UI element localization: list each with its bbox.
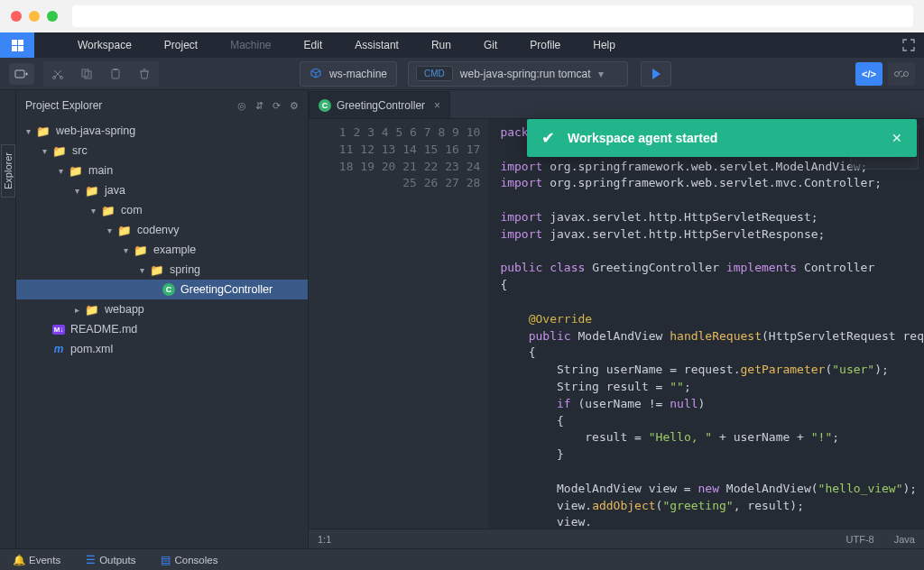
encoding-label[interactable]: UTF-8 <box>846 534 874 545</box>
editor-status-bar: 1:1 UTF-8 Java <box>309 529 924 548</box>
tree-folder-webapp[interactable]: ▸📁webapp <box>16 299 308 319</box>
svg-rect-6 <box>114 69 117 70</box>
menubar: WorkspaceProjectMachineEditAssistantRunG… <box>0 32 924 58</box>
machine-label: ws-machine <box>329 68 387 80</box>
bell-icon: 🔔 <box>13 555 25 565</box>
check-icon: ✔ <box>541 128 555 148</box>
menu-edit[interactable]: Edit <box>304 39 323 51</box>
menu-profile[interactable]: Profile <box>530 39 560 51</box>
close-icon[interactable]: × <box>434 99 440 112</box>
tree-file-greeting[interactable]: CGreetingController <box>16 280 308 299</box>
terminal-icon: ▤ <box>161 555 171 565</box>
cut-button[interactable] <box>45 63 70 85</box>
editor-tabs: C GreetingController × <box>309 90 924 119</box>
editor-tab[interactable]: C GreetingController × <box>309 91 450 118</box>
list-icon: ☰ <box>86 555 96 565</box>
tree-folder-java[interactable]: ▾📁java <box>16 180 308 200</box>
paste-button[interactable] <box>103 63 128 85</box>
menu-git[interactable]: Git <box>484 39 497 51</box>
window-zoom-dot[interactable] <box>47 11 58 22</box>
tree-folder-src[interactable]: ▾📁src <box>16 141 308 161</box>
cube-icon <box>310 68 322 80</box>
cursor-position: 1:1 <box>318 534 331 545</box>
menu-help[interactable]: Help <box>593 39 615 51</box>
folder-icon: 📁 <box>150 263 164 277</box>
explorer-tab-label: Explorer <box>1 144 15 198</box>
ide-root: WorkspaceProjectMachineEditAssistantRunG… <box>0 32 924 570</box>
events-panel-button[interactable]: 🔔Events <box>13 554 60 566</box>
browser-chrome <box>0 0 924 32</box>
body-area: Explorer Project Explorer ◎ ⇵ ⟳ ⚙ ▾📁web-… <box>0 90 924 548</box>
toolbar: ws-machine CMD web-java-spring:run tomca… <box>0 58 924 90</box>
svg-rect-0 <box>15 70 24 78</box>
sidebar: Project Explorer ◎ ⇵ ⟳ ⚙ ▾📁web-java-spri… <box>16 90 309 548</box>
menu-project[interactable]: Project <box>164 39 198 51</box>
tree-file-pom[interactable]: mpom.xml <box>16 339 308 359</box>
folder-icon: 📁 <box>101 204 116 217</box>
refresh-icon[interactable]: ⟳ <box>273 100 281 112</box>
left-dock[interactable]: Explorer <box>0 90 16 548</box>
tree-folder-codenvy[interactable]: ▾📁codenvy <box>16 220 308 240</box>
play-icon <box>652 69 661 79</box>
app-logo[interactable] <box>0 32 34 58</box>
java-class-icon: C <box>162 283 175 296</box>
menu-workspace[interactable]: Workspace <box>78 39 132 51</box>
line-gutter: 1 2 3 4 5 6 7 8 9 10 11 12 13 14 15 16 1… <box>309 119 489 529</box>
folder-icon: 📁 <box>85 303 99 317</box>
new-file-button[interactable] <box>9 63 34 85</box>
bottom-bar: 🔔Events ☰Outputs ▤Consoles <box>0 548 924 570</box>
tree-folder-example[interactable]: ▾📁example <box>16 240 308 260</box>
tree-folder-root[interactable]: ▾📁web-java-spring <box>16 121 308 141</box>
machine-selector[interactable]: ws-machine <box>300 61 397 87</box>
sidebar-header: Project Explorer ◎ ⇵ ⟳ ⚙ <box>16 96 308 121</box>
run-config-label: web-java-spring:run tomcat <box>460 68 598 80</box>
code-mode-button[interactable]: </> <box>855 62 882 86</box>
tab-label: GreetingController <box>337 99 425 112</box>
outputs-panel-button[interactable]: ☰Outputs <box>86 554 135 566</box>
java-class-icon: C <box>319 99 331 112</box>
run-button[interactable] <box>641 61 671 87</box>
menu-machine: Machine <box>230 39 271 51</box>
editor-pane: C GreetingController × 1 2 3 4 5 6 7 8 9… <box>309 90 924 548</box>
menu-run[interactable]: Run <box>431 39 451 51</box>
consoles-panel-button[interactable]: ▤Consoles <box>161 554 217 566</box>
tree-folder-main[interactable]: ▾📁main <box>16 161 308 180</box>
language-label[interactable]: Java <box>894 534 915 545</box>
folder-icon: 📁 <box>52 144 67 158</box>
url-bar[interactable] <box>72 5 913 27</box>
window-close-dot[interactable] <box>11 11 22 22</box>
folder-icon: 📁 <box>117 224 132 237</box>
code-area[interactable]: 1 2 3 4 5 6 7 8 9 10 11 12 13 14 15 16 1… <box>309 119 924 529</box>
window-minimize-dot[interactable] <box>29 11 40 22</box>
copy-button[interactable] <box>74 63 99 85</box>
gear-icon[interactable]: ⚙ <box>290 100 299 112</box>
toast-message: Workspace agent started <box>568 131 717 145</box>
tree-folder-com[interactable]: ▾📁com <box>16 200 308 220</box>
sidebar-title: Project Explorer <box>25 99 102 112</box>
delete-button[interactable] <box>132 63 157 85</box>
fullscreen-icon[interactable] <box>902 39 915 51</box>
project-tree: ▾📁web-java-spring ▾📁src ▾📁main ▾📁java ▾📁… <box>16 121 308 359</box>
markdown-icon: M↓ <box>52 325 66 335</box>
link-button[interactable] <box>888 62 915 86</box>
folder-icon: 📁 <box>85 184 99 198</box>
locate-icon[interactable]: ◎ <box>237 100 246 112</box>
folder-icon: 📁 <box>69 164 83 178</box>
svg-rect-5 <box>112 69 119 78</box>
run-config-selector[interactable]: CMD web-java-spring:run tomcat ▾ <box>408 61 628 87</box>
folder-icon: 📁 <box>36 124 51 138</box>
notification-toast: ✔ Workspace agent started ✕ <box>527 119 917 157</box>
chevron-down-icon: ▾ <box>598 68 604 80</box>
edit-tools <box>43 61 159 87</box>
cmd-badge: CMD <box>416 66 453 81</box>
tree-file-readme[interactable]: M↓README.md <box>16 319 308 339</box>
menu-assistant[interactable]: Assistant <box>355 39 399 51</box>
tree-folder-spring[interactable]: ▾📁spring <box>16 260 308 280</box>
collapse-icon[interactable]: ⇵ <box>255 100 263 112</box>
folder-icon: 📁 <box>134 244 148 257</box>
code-text[interactable]: package com.codenvy.example.spring; impo… <box>489 119 924 529</box>
close-icon[interactable]: ✕ <box>892 131 902 145</box>
maven-icon: m <box>54 343 64 355</box>
